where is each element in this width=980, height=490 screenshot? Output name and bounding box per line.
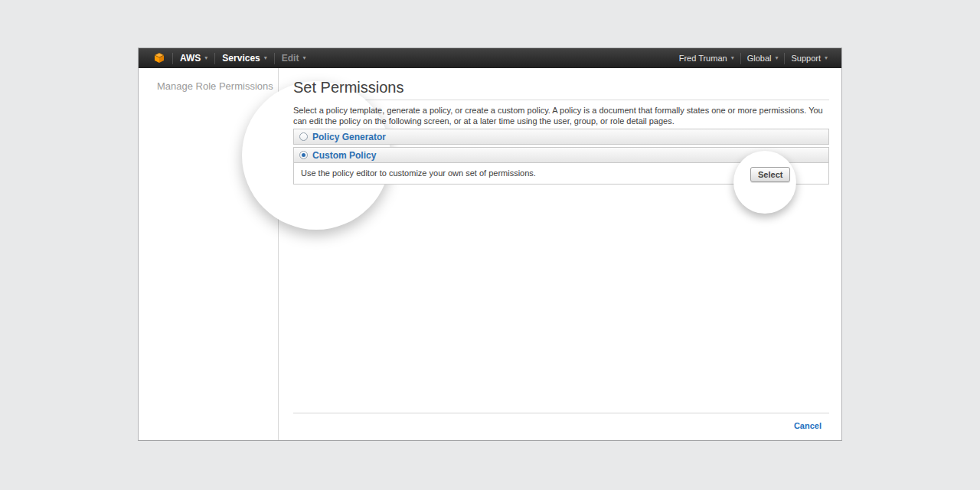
nav-menu-services-label: Services (222, 53, 260, 64)
nav-menu-services[interactable]: Services ▾ (222, 53, 266, 64)
nav-menu-aws[interactable]: AWS ▾ (180, 53, 207, 64)
chevron-down-icon: ▾ (825, 55, 828, 61)
chevron-down-icon: ▾ (731, 55, 734, 61)
app-navbar: AWS ▾ Services ▾ Edit ▾ Fred Truman ▾ (139, 48, 841, 68)
spotlight-circle-select (733, 151, 796, 214)
chevron-down-icon: ▾ (775, 55, 778, 61)
nav-menu-support-label: Support (791, 54, 821, 63)
nav-menu-aws-label: AWS (180, 53, 201, 64)
page-description: Select a policy template, generate a pol… (293, 105, 829, 126)
navbar-divider (784, 53, 785, 64)
nav-menu-edit-label: Edit (282, 53, 299, 64)
sidebar-step-label: Manage Role Permissions (157, 80, 273, 92)
navbar-divider (214, 53, 215, 64)
nav-menu-account[interactable]: Fred Truman ▾ (679, 54, 734, 63)
option-policy-generator[interactable]: Policy Generator (293, 129, 829, 145)
cancel-link[interactable]: Cancel (794, 421, 822, 430)
page-title: Set Permissions (293, 79, 404, 96)
nav-menu-region[interactable]: Global ▾ (747, 54, 779, 63)
radio-button-selected[interactable] (299, 151, 308, 159)
chevron-down-icon: ▾ (204, 55, 207, 61)
navbar-divider (172, 53, 173, 64)
select-button[interactable]: Select (750, 167, 790, 182)
chevron-down-icon: ▾ (264, 55, 267, 61)
option-custom-policy-label: Custom Policy (312, 150, 376, 161)
page-background: AWS ▾ Services ▾ Edit ▾ Fred Truman ▾ (0, 0, 980, 490)
custom-policy-detail-text: Use the policy editor to customize your … (301, 163, 536, 184)
option-policy-generator-label: Policy Generator (312, 132, 386, 142)
aws-cube-logo-icon[interactable] (153, 52, 165, 64)
navbar-right-group: Fred Truman ▾ Global ▾ Support ▾ (679, 48, 828, 68)
title-divider (293, 100, 829, 100)
navbar-divider (274, 53, 275, 64)
nav-menu-support[interactable]: Support ▾ (791, 54, 828, 63)
nav-menu-edit[interactable]: Edit ▾ (282, 53, 306, 64)
window-content: Manage Role Permissions Set Permissions … (139, 68, 841, 440)
footer-divider (293, 413, 829, 413)
navbar-divider (740, 53, 741, 64)
navbar-left-group: AWS ▾ Services ▾ Edit ▾ (153, 48, 305, 68)
chevron-down-icon: ▾ (302, 55, 305, 61)
nav-menu-region-label: Global (747, 54, 772, 63)
aws-console-window: AWS ▾ Services ▾ Edit ▾ Fred Truman ▾ (138, 47, 842, 441)
nav-menu-account-label: Fred Truman (679, 54, 727, 63)
radio-button-unselected[interactable] (299, 132, 308, 141)
